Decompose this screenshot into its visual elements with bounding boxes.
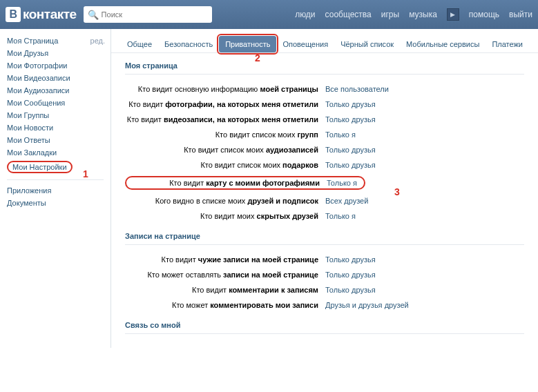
sidebar: Моя Страница ред. Мои Друзья Мои Фотогра… [0, 29, 111, 348]
privacy-row: Кто видит список моих аудиозаписей Тольк… [125, 142, 524, 157]
row-label-text: Кто видит [169, 179, 206, 187]
privacy-value[interactable]: Все пользователи [325, 85, 389, 93]
tab-blacklist[interactable]: Чёрный список [334, 36, 400, 52]
tab-notifications[interactable]: Оповещения [276, 36, 334, 52]
sidebar-item-settings[interactable]: Мои Настройки [7, 159, 111, 175]
row-label-bold: скрытых друзей [257, 212, 318, 220]
row-label-text: Кто видит список моих [200, 161, 282, 169]
tab-payments[interactable]: Платежи [486, 36, 529, 52]
search-box[interactable]: 🔍 [84, 6, 212, 23]
privacy-row: Кто видит комментарии к записям Только д… [125, 282, 524, 297]
row-label-text: Кто видит основную информацию [138, 85, 260, 93]
section-title-contact: Связь со мной [125, 321, 524, 334]
privacy-row-highlighted: Кто видит карту с моими фотографиями Тол… [125, 173, 524, 193]
tab-mobile[interactable]: Мобильные сервисы [400, 36, 486, 52]
row-label-bold: записи на моей странице [223, 271, 318, 279]
annotation-3: 3 [394, 186, 400, 197]
privacy-row: Кто видит основную информацию моей стран… [125, 81, 524, 97]
privacy-row: Кого видно в списке моих друзей и подпис… [125, 193, 524, 208]
sidebar-item-mypage[interactable]: Моя Страница [7, 35, 58, 47]
privacy-row: Кто видит чужие записи на моей странице … [125, 252, 524, 267]
section-title-wall: Записи на странице [125, 232, 524, 245]
privacy-row: Кто видит моих скрытых друзей Только я [125, 208, 524, 224]
privacy-value[interactable]: Только друзья [325, 146, 376, 154]
row-label-bold: друзей и подписок [247, 197, 318, 205]
sidebar-edit-link[interactable]: ред. [90, 35, 105, 47]
privacy-row: Кто видит список моих подарков Только др… [125, 157, 524, 173]
privacy-row: Кто может оставлять записи на моей стран… [125, 267, 524, 282]
logo-text: контакте [23, 7, 77, 22]
section-title-mypage: Моя страница [125, 61, 524, 75]
search-input[interactable] [102, 10, 205, 19]
section-my-page: Моя страница Кто видит основную информац… [111, 53, 538, 224]
sidebar-item-apps[interactable]: Приложения [7, 184, 111, 197]
top-nav: люди сообщества игры музыка ▶ помощь вый… [295, 8, 532, 21]
sidebar-item-messages[interactable]: Мои Сообщения [7, 97, 111, 109]
tab-security[interactable]: Безопасность [158, 36, 219, 52]
row-label-text: Кто может оставлять [147, 271, 223, 279]
nav-games[interactable]: игры [381, 10, 399, 19]
privacy-row: Кто видит видеозаписи, на которых меня о… [125, 112, 524, 127]
section-wall: Записи на странице Кто видит чужие запис… [111, 224, 538, 313]
row-label-text: Кто видит [128, 100, 165, 108]
privacy-value[interactable]: Только друзья [325, 115, 376, 124]
sidebar-item-bookmarks[interactable]: Мои Закладки [7, 146, 111, 159]
row-label-text: Кто может [172, 301, 210, 309]
row-label-text: Кто видит [162, 255, 198, 264]
privacy-row: Кто может комментировать мои записи Друз… [125, 297, 524, 313]
row-label-text: Кто видит [127, 115, 164, 124]
privacy-row: Кто видит список моих групп Только я [125, 127, 524, 142]
nav-communities[interactable]: сообщества [325, 10, 372, 19]
sidebar-item-photos[interactable]: Мои Фотографии [7, 59, 111, 72]
row-label-bold: аудиозаписей [266, 146, 318, 154]
sidebar-item-audio[interactable]: Мои Аудиозаписи [7, 84, 111, 97]
main-content: Общее Безопасность Приватность Оповещени… [111, 29, 538, 348]
privacy-value[interactable]: Друзья и друзья друзей [325, 301, 409, 309]
privacy-value[interactable]: Только я [325, 130, 356, 139]
section-contact: Связь со мной [111, 313, 538, 334]
privacy-value[interactable]: Только друзья [325, 271, 376, 279]
privacy-value[interactable]: Только друзья [325, 255, 376, 264]
sidebar-item-news[interactable]: Мои Новости [7, 121, 111, 134]
nav-people[interactable]: люди [295, 10, 315, 19]
row-label-text: Кто видит список моих [215, 130, 298, 139]
row-label-bold: чужие записи на моей странице [198, 255, 318, 264]
logo-icon: В [6, 7, 21, 22]
row-label-bold: подарков [282, 161, 318, 169]
row-label-text: Кто видит список моих [184, 146, 266, 154]
sidebar-item-videos[interactable]: Мои Видеозаписи [7, 72, 111, 84]
annotation-2: 2 [255, 52, 260, 63]
privacy-value[interactable]: Только друзья [325, 161, 376, 169]
tab-privacy[interactable]: Приватность [219, 36, 276, 52]
sidebar-item-groups[interactable]: Мои Группы [7, 109, 111, 121]
row-label-text: Кто видит [192, 286, 229, 294]
nav-help[interactable]: помощь [469, 10, 499, 19]
nav-music[interactable]: музыка [409, 10, 437, 19]
sidebar-divider [7, 179, 104, 180]
row-label-bold: видеозаписи, на которых меня отметили [164, 115, 318, 124]
tab-general[interactable]: Общее [121, 36, 158, 52]
row-label-bold: комментировать мои записи [210, 301, 318, 309]
nav-logout[interactable]: выйти [509, 10, 532, 19]
privacy-value[interactable]: Только друзья [325, 100, 376, 108]
privacy-value[interactable]: Только я [325, 212, 356, 220]
row-label-bold: карту с моими фотографиями [206, 179, 320, 187]
row-label-bold: групп [297, 130, 318, 139]
row-label-bold: моей страницы [260, 85, 318, 93]
privacy-row: Кто видит фотографии, на которых меня от… [125, 97, 524, 112]
row-label-bold: фотографии, на которых меня отметили [165, 100, 318, 108]
annotation-1: 1 [83, 168, 88, 179]
privacy-value[interactable]: Всех друзей [325, 197, 368, 205]
row-label-text: Кто видит моих [200, 212, 257, 220]
top-header: В контакте 🔍 люди сообщества игры музыка… [0, 0, 538, 29]
layout: Моя Страница ред. Мои Друзья Мои Фотогра… [0, 29, 538, 348]
privacy-value[interactable]: Только друзья [325, 286, 376, 294]
sidebar-item-docs[interactable]: Документы [7, 197, 111, 209]
play-icon[interactable]: ▶ [447, 8, 459, 21]
privacy-value[interactable]: Только я [327, 179, 357, 187]
settings-tabs: Общее Безопасность Приватность Оповещени… [111, 29, 538, 53]
sidebar-item-friends[interactable]: Мои Друзья [7, 47, 111, 59]
row-label-text: Кого видно в списке моих [155, 197, 248, 205]
logo[interactable]: В контакте [6, 7, 77, 22]
sidebar-item-answers[interactable]: Мои Ответы [7, 134, 111, 146]
